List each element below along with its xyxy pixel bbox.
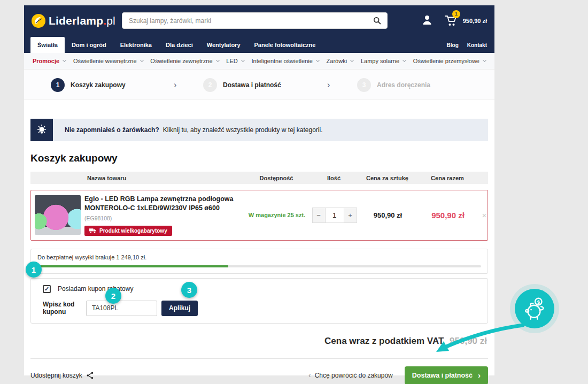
cart-item-row: Eglo - LED RGB Lampa zewnętrzna podłogow… (30, 190, 488, 241)
brand-name: Liderlamp.pl (49, 14, 115, 27)
product-image-cell (31, 195, 84, 235)
coupon-checkbox-row: ✓ Posiadam kupon rabatowy (37, 285, 481, 293)
step-number: 3 (357, 78, 371, 92)
search-input[interactable] (122, 17, 367, 25)
quantity-value[interactable]: 1 (326, 208, 344, 223)
chevron-down-icon (215, 58, 219, 62)
tab-wentylatory[interactable]: Wentylatory (200, 37, 247, 53)
subnav-inteligentne-oswietlenie[interactable]: Inteligentne oświetlenie (251, 58, 319, 64)
tab-dla-dzieci[interactable]: Dla dzieci (159, 37, 200, 53)
vat-label: Cena wraz z podatkiem VAT (324, 336, 444, 346)
product-name[interactable]: Eglo - LED RGB Lampa zewnętrzna podłogow… (84, 195, 245, 213)
chevron-left-icon: ‹ (308, 372, 311, 379)
shop-window: Liderlamp.pl 1 950,90 zł Św (24, 5, 494, 375)
col-ilosc: Ilość (308, 175, 359, 181)
annotation-marker-2: 2 (105, 288, 121, 304)
quantity-increase-button[interactable]: + (344, 208, 357, 223)
step-adres-doreczenia[interactable]: 3 Adres doręczenia (357, 70, 430, 100)
tab-swiatla[interactable]: Światła (30, 37, 65, 53)
banner-text: Nie zapomniałeś o żarówkach?Kliknij tu, … (53, 126, 323, 134)
annotation-marker-3: 3 (181, 282, 197, 298)
row-total-price: 950,90 zł (416, 211, 480, 220)
coupon-input-label: Wpisz kod kuponu (43, 301, 86, 316)
tab-elektronika[interactable]: Elektronika (113, 37, 159, 53)
svg-text:$: $ (537, 299, 540, 305)
coupon-checkbox[interactable]: ✓ (43, 285, 51, 293)
step-label: Koszyk zakupowy (71, 81, 126, 89)
subnav-promocje[interactable]: Promocje (33, 58, 66, 64)
shipping-progress-track (37, 265, 481, 267)
vat-total-line: Cena wraz z podatkiem VAT 950,90 zł (30, 336, 488, 347)
subnav-oswietlenie-przemyslowe[interactable]: Oświetlenie przemysłowe (413, 58, 486, 64)
chevron-down-icon (241, 58, 245, 62)
cart-footer-actions: Udostępnij koszyk ‹ Chcę powrócić do zak… (30, 366, 488, 384)
subnav-zarowki[interactable]: Żarówki (327, 58, 354, 64)
quantity-stepper: − 1 + (309, 208, 360, 223)
unit-price: 950,90 zł (360, 211, 416, 219)
product-code: (EG98108) (84, 215, 245, 221)
tab-dom-i-ogrod[interactable]: Dom i ogród (65, 37, 113, 53)
chevron-down-icon (316, 58, 320, 62)
brand-logo[interactable]: Liderlamp.pl (32, 14, 115, 28)
quantity-decrease-button[interactable]: − (312, 208, 326, 223)
delivery-payment-button[interactable]: Dostawa i płatność › (405, 366, 488, 384)
share-cart-link[interactable]: Udostępnij koszyk (30, 372, 94, 379)
main-header: Liderlamp.pl 1 950,90 zł (24, 5, 494, 36)
chevron-down-icon (403, 58, 406, 62)
cart-table-header: Nazwa towaru Dostępność Ilość Cena za sz… (30, 172, 488, 184)
footer-divider (30, 358, 488, 359)
product-image[interactable] (35, 195, 81, 235)
account-icon[interactable] (421, 14, 433, 28)
header-icons: 1 950,90 zł (421, 5, 487, 36)
step-label: Adres doręczenia (377, 81, 430, 89)
chevron-down-icon (140, 58, 144, 62)
category-tabs: Światła Dom i ogród Elektronika Dla dzie… (24, 36, 494, 53)
cart-count-badge: 1 (452, 10, 460, 18)
logo-lamp-icon (32, 14, 45, 28)
col-cena-razem: Cena razem (415, 175, 479, 181)
step-dostawa-i-platnosc[interactable]: 2 Dostawa i płatność (203, 70, 281, 100)
remove-item-icon[interactable]: × (480, 211, 489, 219)
oversize-badge: Produkt wielkogabarytowy (84, 226, 172, 236)
product-info: Eglo - LED RGB Lampa zewnętrzna podłogow… (84, 195, 245, 236)
page-title: Koszyk zakupowy (30, 152, 488, 164)
coupon-input-row: Wpisz kod kuponu Aplikuj (37, 301, 481, 316)
step-label: Dostawa i płatność (223, 81, 281, 89)
step-koszyk-zakupowy[interactable]: 1 Koszyk zakupowy (51, 70, 126, 100)
col-cena-za-sztuke: Cena za sztukę (359, 175, 415, 181)
back-to-shopping-link[interactable]: ‹ Chcę powrócić do zakupów (308, 372, 392, 379)
subnav-lampy-solarne[interactable]: Lampy solarne (361, 58, 406, 64)
cart-button[interactable]: 1 950,90 zł (445, 14, 487, 27)
chevron-down-icon (63, 58, 66, 62)
share-icon (87, 372, 94, 379)
footer-right: ‹ Chcę powrócić do zakupów Dostawa i pła… (308, 366, 488, 384)
annotation-marker-1: 1 (26, 262, 42, 278)
availability-status: W magazynie 25 szt. (245, 212, 309, 218)
chevron-right-icon: › (478, 371, 481, 380)
subnav-oswietlenie-wewnetrzne[interactable]: Oświetlenie wewnętrzne (73, 58, 143, 64)
free-shipping-box: Do bezpłatnej wysyłki brakuje 1 249,10 z… (30, 249, 488, 274)
subnav-oswietlenie-zewnetrzne[interactable]: Oświetlenie zewnętrzne (150, 58, 219, 64)
coupon-code-input[interactable] (86, 301, 157, 316)
tab-panele-fotowoltaiczne[interactable]: Panele fotowoltaiczne (247, 37, 323, 53)
subcategory-nav: Promocje Oświetlenie wewnętrzne Oświetle… (24, 53, 494, 70)
free-shipping-text: Do bezpłatnej wysyłki brakuje 1 249,10 z… (37, 254, 481, 260)
step-number: 2 (203, 78, 217, 92)
checkout-steps: 1 Koszyk zakupowy › 2 Dostawa i płatność… (24, 70, 494, 100)
coupon-box: ✓ Posiadam kupon rabatowy Wpisz kod kupo… (30, 278, 488, 324)
bulbs-reminder-banner[interactable]: Nie zapomniałeś o żarówkach?Kliknij tu, … (30, 119, 488, 141)
top-links: Blog Kontakt (447, 42, 487, 48)
chevron-right-icon: › (327, 70, 330, 100)
col-dostepnosc: Dostępność (244, 175, 308, 181)
step-number: 1 (51, 78, 65, 92)
screen: Liderlamp.pl 1 950,90 zł Św (0, 0, 588, 384)
blog-link[interactable]: Blog (447, 42, 459, 48)
apply-coupon-button[interactable]: Aplikuj (161, 301, 198, 316)
coupon-checkbox-label: Posiadam kupon rabatowy (58, 285, 133, 293)
search-icon[interactable] (367, 13, 387, 28)
kontakt-link[interactable]: Kontakt (467, 42, 487, 48)
chevron-down-icon (483, 58, 486, 62)
chevron-right-icon: › (174, 70, 176, 100)
subnav-led[interactable]: LED (226, 58, 244, 64)
shipping-progress-fill (37, 265, 228, 267)
